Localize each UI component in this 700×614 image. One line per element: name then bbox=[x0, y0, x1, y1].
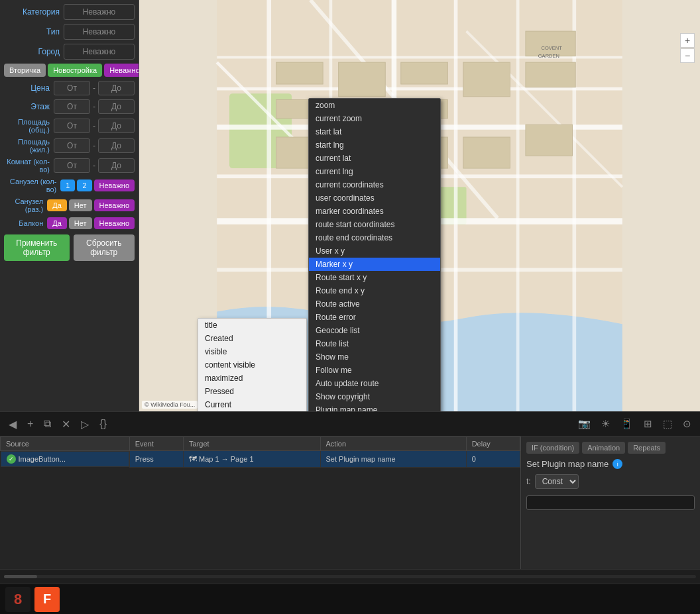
rmc-route-error[interactable]: Route error bbox=[309, 311, 440, 324]
scroll-area bbox=[0, 569, 700, 584]
bottom-toolbar: ◀ + ⧉ ✕ ▷ {} 📷 ☀ 📱 ⊞ ⬚ ⊙ bbox=[0, 411, 700, 436]
filter-panel: Категория Неважно Тип Неважно Город Нева… bbox=[0, 0, 139, 411]
bathroom-count-label: Санузел (кол-во) bbox=[4, 178, 60, 193]
menu-item-created[interactable]: Created bbox=[198, 332, 306, 345]
area-total-label: Площадь (общ.) bbox=[4, 118, 54, 134]
price-from[interactable]: От bbox=[54, 81, 90, 95]
zoom-in-btn[interactable]: + bbox=[680, 33, 695, 48]
rmc-current-coordinates[interactable]: current coordinates bbox=[309, 178, 440, 191]
toolbar-circle-btn[interactable]: ⊙ bbox=[679, 416, 695, 432]
svg-rect-22 bbox=[401, 62, 448, 84]
floor-from[interactable]: От bbox=[54, 99, 90, 114]
rmc-route-end-xy[interactable]: Route end x y bbox=[309, 284, 440, 297]
menu-item-maximized[interactable]: maximized bbox=[198, 372, 306, 385]
rmc-geocode-list[interactable]: Geocode list bbox=[309, 324, 440, 337]
info-icon: i bbox=[612, 459, 622, 469]
svg-rect-14 bbox=[573, 0, 577, 411]
floor-label: Этаж bbox=[4, 102, 54, 111]
menu-item-title[interactable]: title bbox=[198, 319, 306, 332]
tab-animation[interactable]: Animation bbox=[582, 442, 625, 454]
rmc-route-list[interactable]: Route list bbox=[309, 337, 440, 350]
rmc-show-me[interactable]: Show me bbox=[309, 350, 440, 364]
svg-rect-12 bbox=[454, 0, 458, 411]
rooms-from[interactable]: От bbox=[54, 158, 90, 173]
rmc-route-start-xy[interactable]: Route start x y bbox=[309, 271, 440, 284]
rmc-plugin-map-name[interactable]: Plugin map name bbox=[309, 403, 440, 411]
toolbar-copy-btn[interactable]: ⧉ bbox=[40, 416, 54, 432]
rmc-marker-xy[interactable]: Marker x y bbox=[309, 258, 440, 271]
rmc-route-end-coordinates[interactable]: route end coordinates bbox=[309, 231, 440, 244]
t-label: t: bbox=[526, 477, 531, 486]
rmc-follow-me[interactable]: Follow me bbox=[309, 364, 440, 377]
rmc-route-active[interactable]: Route active bbox=[309, 297, 440, 311]
toolbar-screenshot-btn[interactable]: 📷 bbox=[575, 416, 594, 432]
balcony-yes-btn[interactable]: Да bbox=[47, 217, 67, 229]
rmc-start-lat[interactable]: start lat bbox=[309, 125, 440, 138]
balcony-no-btn[interactable]: Нет bbox=[69, 217, 92, 229]
toolbar-grid-btn[interactable]: ⊞ bbox=[640, 416, 656, 432]
btn-new[interactable]: Новостройка bbox=[48, 64, 102, 77]
bathroom-2-btn[interactable]: 2 bbox=[77, 179, 91, 191]
area-total-to[interactable]: До bbox=[98, 119, 135, 133]
category-input[interactable]: Неважно bbox=[64, 4, 135, 20]
table-row[interactable]: ✓ ImageButton... Press 🗺 Map 1 → Page 1 bbox=[1, 451, 520, 468]
taskbar-icon-app1[interactable]: 8 bbox=[5, 587, 30, 612]
rmc-zoom[interactable]: zoom bbox=[309, 99, 440, 112]
price-to[interactable]: До bbox=[98, 81, 135, 95]
rmc-user-xy[interactable]: User x y bbox=[309, 244, 440, 258]
toolbar-frame-btn[interactable]: ⬚ bbox=[660, 416, 675, 432]
scroll-thumb[interactable] bbox=[4, 575, 37, 578]
floor-to[interactable]: До bbox=[98, 99, 135, 114]
menu-item-content-visible[interactable]: content visible bbox=[198, 358, 306, 372]
reset-filter-btn[interactable]: Сбросить фильтр bbox=[74, 234, 135, 261]
city-input[interactable]: Неважно bbox=[64, 44, 135, 60]
panel-title: Set Plugin map name bbox=[526, 459, 609, 469]
toolbar-close-btn[interactable]: ✕ bbox=[58, 416, 74, 433]
rmc-auto-update-route[interactable]: Auto update route bbox=[309, 377, 440, 390]
rmc-show-copyright[interactable]: Show copyright bbox=[309, 390, 440, 403]
rmc-route-start-coordinates[interactable]: route start coordinates bbox=[309, 218, 440, 231]
area-living-from[interactable]: От bbox=[54, 138, 90, 153]
toolbar-mobile-btn[interactable]: 📱 bbox=[617, 416, 636, 432]
toolbar-play-btn[interactable]: ▷ bbox=[78, 416, 92, 433]
area-total-from[interactable]: От bbox=[54, 119, 90, 133]
rmc-current-lat[interactable]: current lat bbox=[309, 152, 440, 165]
bathroom-yes-btn[interactable]: Да bbox=[47, 199, 67, 211]
rmc-start-lng[interactable]: start lng bbox=[309, 138, 440, 152]
rmc-current-lng[interactable]: current lng bbox=[309, 165, 440, 178]
apply-filter-btn[interactable]: Применить фильтр bbox=[4, 234, 70, 261]
area-living-to[interactable]: До bbox=[98, 138, 135, 153]
svg-rect-8 bbox=[217, 56, 622, 59]
type-input[interactable]: Неважно bbox=[64, 24, 135, 40]
value-input[interactable] bbox=[526, 495, 695, 510]
rmc-current-zoom[interactable]: current zoom bbox=[309, 112, 440, 125]
rooms-to[interactable]: До bbox=[98, 158, 135, 173]
price-row: Цена От - До bbox=[4, 81, 135, 95]
bathroom-1-btn[interactable]: 1 bbox=[60, 179, 75, 191]
map-area[interactable]: ST. JAMES'S COVENT GARDEN © WikiMedia Fo… bbox=[139, 0, 700, 411]
menu-item-pressed[interactable]: Pressed bbox=[198, 385, 306, 398]
toolbar-add-btn[interactable]: + bbox=[24, 416, 36, 432]
bathroom-unimportant2-btn[interactable]: Неважно bbox=[94, 199, 135, 211]
toolbar-theme-btn[interactable]: ☀ bbox=[598, 416, 613, 432]
taskbar: 8 F bbox=[0, 584, 700, 614]
btn-unimportant-type[interactable]: Неважно bbox=[104, 64, 139, 77]
toolbar-code-btn[interactable]: {} bbox=[96, 416, 110, 432]
bathroom-no-btn[interactable]: Нет bbox=[69, 199, 92, 211]
menu-item-current[interactable]: Current bbox=[198, 398, 306, 411]
events-table: Source Event Target Action Delay ✓ Image… bbox=[0, 436, 520, 468]
zoom-out-btn[interactable]: − bbox=[680, 48, 695, 63]
const-select[interactable]: Const bbox=[535, 474, 579, 489]
balcony-unimportant-btn[interactable]: Неважно bbox=[94, 217, 135, 229]
svg-rect-7 bbox=[217, 87, 622, 91]
balcony-label: Балкон bbox=[4, 219, 47, 227]
tab-if-condition[interactable]: IF (condition) bbox=[526, 442, 579, 454]
tab-repeats[interactable]: Repeats bbox=[628, 442, 666, 454]
btn-secondary[interactable]: Вторичка bbox=[4, 64, 46, 77]
rmc-user-coordinates[interactable]: user coordinates bbox=[309, 191, 440, 205]
bathroom-unimportant-btn[interactable]: Неважно bbox=[94, 179, 135, 191]
rmc-marker-coordinates[interactable]: marker coordinates bbox=[309, 205, 440, 218]
toolbar-back-btn[interactable]: ◀ bbox=[5, 416, 20, 433]
taskbar-icon-figma[interactable]: F bbox=[34, 587, 60, 612]
menu-item-visible[interactable]: visible bbox=[198, 345, 306, 358]
